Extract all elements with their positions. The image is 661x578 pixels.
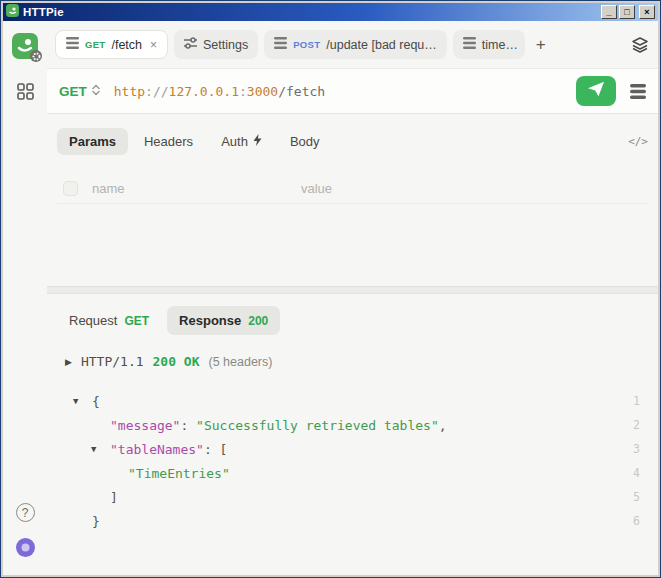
code-view-toggle[interactable]: </>: [628, 135, 648, 148]
collapse-arrow-icon[interactable]: ▼: [91, 444, 110, 454]
response-status-line[interactable]: ▶ HTTP/1.1 200 OK (5 headers): [57, 354, 648, 369]
json-line: ▼ "TimeEntries" 4: [57, 461, 648, 485]
param-checkbox[interactable]: [63, 181, 78, 196]
maximize-button[interactable]: □: [619, 5, 635, 19]
line-number: 2: [620, 418, 640, 432]
json-line: ▼ { 1: [57, 389, 648, 413]
line-number: 6: [620, 514, 640, 528]
collection-stack-icon: [274, 37, 287, 52]
layers-icon[interactable]: [632, 37, 648, 53]
close-button[interactable]: ×: [639, 5, 655, 19]
json-line: ▼ ] 5: [57, 485, 648, 509]
line-number: 5: [620, 490, 640, 504]
pane-divider[interactable]: [47, 286, 658, 294]
response-panel: Request GET Response 200 ▶ HTTP/1.1 200 …: [47, 294, 658, 575]
json-line: ▼ } 6: [57, 509, 648, 533]
request-editor: Params Headers Auth Body </>: [47, 114, 658, 286]
window-title: HTTPie: [23, 6, 64, 18]
workspace-grid-icon[interactable]: [17, 83, 34, 104]
titlebar[interactable]: HTTPie _ □ ×: [3, 3, 658, 21]
tab-time[interactable]: time…: [453, 30, 525, 59]
sidebar: ?: [3, 21, 47, 575]
tab-params[interactable]: Params: [57, 128, 128, 155]
json-line: ▼ "tableNames": [ 3: [57, 437, 648, 461]
collection-stack-icon: [66, 37, 79, 52]
tab-get-fetch[interactable]: GET /fetch ×: [55, 30, 168, 59]
headers-count: (5 headers): [209, 355, 273, 369]
help-button[interactable]: ?: [16, 503, 35, 522]
http-version: HTTP/1.1: [81, 354, 144, 369]
app-icon: [6, 3, 19, 21]
httpie-logo: [12, 33, 38, 59]
params-row: [57, 174, 648, 204]
gear-icon[interactable]: [30, 50, 42, 62]
collection-stack-icon: [463, 37, 476, 52]
expand-arrow-icon[interactable]: ▶: [65, 357, 72, 367]
collections-stack-icon[interactable]: [628, 84, 648, 99]
status-code: 200 OK: [153, 354, 200, 369]
url-input[interactable]: http://127.0.0.1:3000/fetch: [114, 84, 564, 99]
tab-label: /update [bad requ…: [326, 38, 437, 52]
tab-label: Settings: [203, 38, 248, 52]
line-number: 3: [620, 442, 640, 456]
chevron-updown-icon: [92, 84, 100, 99]
tab-response[interactable]: Response 200: [167, 306, 280, 335]
minimize-button[interactable]: _: [601, 5, 617, 19]
send-button[interactable]: [576, 76, 616, 106]
tab-method: POST: [293, 39, 320, 50]
method-label: GET: [59, 84, 87, 99]
tab-body[interactable]: Body: [278, 128, 332, 155]
param-name-input[interactable]: [92, 181, 287, 196]
tab-headers[interactable]: Headers: [132, 128, 205, 155]
method-dropdown[interactable]: GET: [57, 84, 102, 99]
paper-plane-icon: [587, 81, 605, 101]
new-tab-button[interactable]: +: [531, 35, 551, 55]
sliders-icon: [184, 37, 197, 52]
line-number: 4: [620, 466, 640, 480]
request-section-tabs: Params Headers Auth Body </>: [57, 126, 648, 156]
main-panel: GET /fetch × Settings POST /update [bad …: [47, 21, 658, 575]
param-value-input[interactable]: [301, 181, 642, 196]
user-avatar[interactable]: [16, 538, 35, 561]
tab-post-update[interactable]: POST /update [bad requ…: [264, 30, 447, 59]
tab-label: /fetch: [111, 38, 142, 52]
app-window: HTTPie _ □ × ?: [0, 0, 661, 578]
tab-close-icon[interactable]: ×: [150, 38, 157, 52]
tab-auth[interactable]: Auth: [209, 128, 274, 155]
request-url-bar: GET http://127.0.0.1:3000/fetch: [47, 68, 658, 114]
lightning-bolt-icon: [253, 134, 262, 149]
tab-bar: GET /fetch × Settings POST /update [bad …: [47, 21, 658, 68]
request-response-tabs: Request GET Response 200: [57, 304, 648, 336]
app-body: ? GET /fetch × Settings: [3, 21, 658, 575]
line-number: 1: [620, 394, 640, 408]
tab-request[interactable]: Request GET: [57, 306, 161, 335]
tab-label: time…: [482, 38, 518, 52]
collapse-arrow-icon[interactable]: ▼: [73, 396, 92, 406]
tab-method: GET: [85, 39, 105, 50]
json-line: ▼ "message": "Successfully retrieved tab…: [57, 413, 648, 437]
tab-settings[interactable]: Settings: [174, 30, 258, 59]
response-body-json: ▼ { 1 ▼ "message": "Successfully retriev…: [57, 389, 648, 533]
